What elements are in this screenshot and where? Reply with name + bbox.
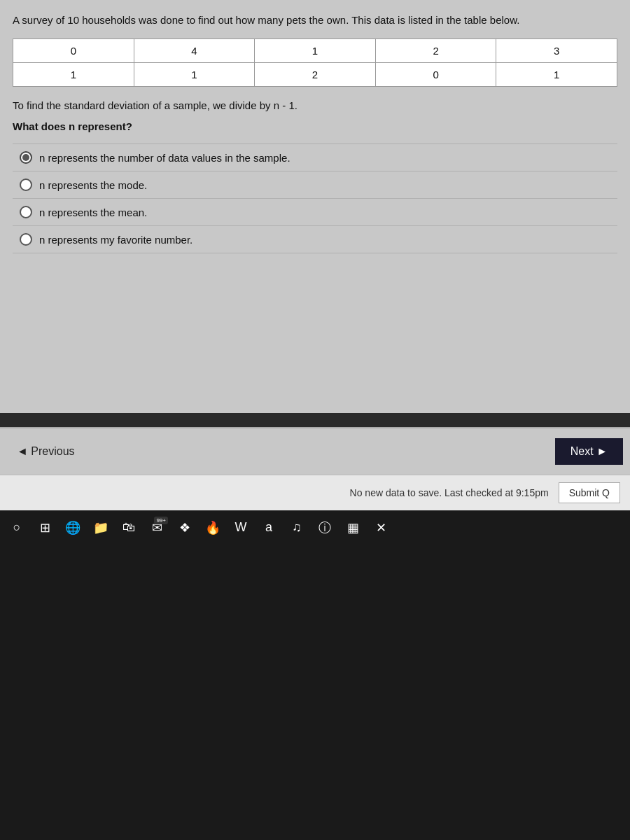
table-cell: 1: [255, 38, 376, 62]
status-message: No new data to save. Last checked at 9:1…: [350, 487, 549, 498]
radio-opt2[interactable]: [20, 178, 32, 191]
taskbar-icon-file-explorer[interactable]: 📁: [88, 515, 113, 540]
option-text-3: n represents the mean.: [39, 206, 147, 218]
status-bar: No new data to save. Last checked at 9:1…: [0, 475, 630, 510]
table-cell: 1: [496, 62, 617, 86]
taskbar-icon-excel[interactable]: ✕: [368, 515, 393, 540]
data-table: 04123 11201: [13, 38, 617, 87]
taskbar-icon-amazon[interactable]: a: [256, 515, 281, 540]
option-text-1: n represents the number of data values i…: [39, 152, 290, 164]
table-cell: 3: [496, 38, 617, 62]
taskbar-icon-music[interactable]: ♫: [284, 515, 309, 540]
dark-section: [0, 544, 630, 840]
question-label: What does n represent?: [13, 120, 617, 132]
table-cell: 1: [134, 62, 255, 86]
taskbar: ○⊞🌐📁🛍✉99+❖🔥Wa♫ⓘ▦✕: [0, 510, 630, 544]
radio-opt1[interactable]: [20, 151, 32, 164]
nav-bar: ◄ Previous Next ►: [0, 427, 630, 475]
option-row-4[interactable]: n represents my favorite number.: [13, 226, 617, 253]
table-cell: 0: [13, 38, 134, 62]
table-row-1: 04123: [13, 38, 617, 62]
taskbar-icon-store[interactable]: 🛍: [116, 515, 141, 540]
taskbar-icon-app7[interactable]: 🔥: [200, 515, 225, 540]
previous-button[interactable]: ◄ Previous: [7, 440, 85, 463]
next-button[interactable]: Next ►: [555, 438, 623, 465]
taskbar-icon-edge[interactable]: 🌐: [60, 515, 85, 540]
option-row-1[interactable]: n represents the number of data values i…: [13, 144, 617, 172]
taskbar-icon-start[interactable]: ○: [4, 515, 29, 540]
taskbar-icon-word[interactable]: W: [228, 515, 253, 540]
radio-opt4[interactable]: [20, 233, 32, 246]
taskbar-icon-mail-badge[interactable]: ✉99+: [144, 515, 169, 540]
options-container: n represents the number of data values i…: [13, 144, 617, 253]
table-cell: 4: [134, 38, 255, 62]
taskbar-icon-app6[interactable]: ❖: [172, 515, 197, 540]
table-row-2: 11201: [13, 62, 617, 86]
question-premise: To find the standard deviation of a samp…: [13, 98, 617, 114]
taskbar-icon-app12[interactable]: ▦: [340, 515, 365, 540]
table-cell: 2: [255, 62, 376, 86]
table-cell: 0: [375, 62, 496, 86]
submit-button[interactable]: Submit Q: [559, 482, 620, 503]
table-cell: 2: [375, 38, 496, 62]
main-content: A survey of 10 households was done to fi…: [0, 0, 630, 413]
table-cell: 1: [13, 62, 134, 86]
taskbar-icon-search[interactable]: ⊞: [32, 515, 57, 540]
option-text-4: n represents my favorite number.: [39, 234, 192, 246]
option-row-2[interactable]: n represents the mode.: [13, 172, 617, 199]
taskbar-icon-info[interactable]: ⓘ: [312, 515, 337, 540]
option-text-2: n represents the mode.: [39, 179, 147, 191]
option-row-3[interactable]: n represents the mean.: [13, 199, 617, 226]
intro-text: A survey of 10 households was done to fi…: [13, 13, 617, 29]
radio-opt3[interactable]: [20, 206, 32, 218]
